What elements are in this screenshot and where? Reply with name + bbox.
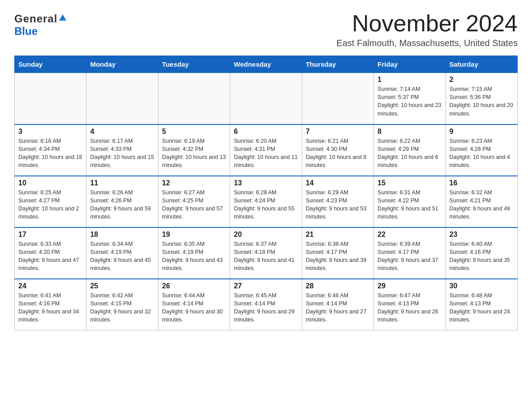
calendar-cell: 6Sunrise: 6:20 AMSunset: 4:31 PMDaylight…	[230, 124, 302, 176]
calendar-cell: 19Sunrise: 6:35 AMSunset: 4:19 PMDayligh…	[158, 227, 230, 279]
location-title: East Falmouth, Massachusetts, United Sta…	[336, 38, 518, 48]
calendar-cell	[230, 73, 302, 124]
calendar-cell: 24Sunrise: 6:41 AMSunset: 4:16 PMDayligh…	[15, 279, 86, 330]
calendar-cell: 22Sunrise: 6:39 AMSunset: 4:17 PMDayligh…	[374, 227, 446, 279]
calendar-cell	[86, 73, 158, 124]
day-info: Sunrise: 6:38 AMSunset: 4:17 PMDaylight:…	[306, 240, 370, 273]
weekday-header-tuesday: Tuesday	[158, 56, 230, 73]
calendar-cell: 30Sunrise: 6:48 AMSunset: 4:13 PMDayligh…	[446, 279, 517, 330]
logo-general-text: General	[14, 13, 57, 25]
calendar-week-row: 10Sunrise: 6:25 AMSunset: 4:27 PMDayligh…	[15, 176, 518, 227]
day-number: 14	[306, 179, 370, 187]
calendar-cell: 27Sunrise: 6:45 AMSunset: 4:14 PMDayligh…	[230, 279, 302, 330]
calendar-cell: 7Sunrise: 6:21 AMSunset: 4:30 PMDaylight…	[302, 124, 373, 176]
calendar-cell: 13Sunrise: 6:28 AMSunset: 4:24 PMDayligh…	[230, 176, 302, 227]
title-block: November 2024 East Falmouth, Massachuset…	[336, 11, 518, 48]
day-info: Sunrise: 6:23 AMSunset: 4:28 PMDaylight:…	[450, 137, 514, 170]
day-info: Sunrise: 6:37 AMSunset: 4:18 PMDaylight:…	[234, 240, 298, 273]
calendar-cell: 1Sunrise: 7:14 AMSunset: 5:37 PMDaylight…	[374, 73, 446, 124]
calendar-cell: 26Sunrise: 6:44 AMSunset: 4:14 PMDayligh…	[158, 279, 230, 330]
calendar-cell: 23Sunrise: 6:40 AMSunset: 4:16 PMDayligh…	[446, 227, 517, 279]
calendar-cell	[15, 73, 86, 124]
day-number: 24	[18, 282, 82, 290]
day-number: 29	[378, 282, 442, 290]
calendar-cell: 29Sunrise: 6:47 AMSunset: 4:13 PMDayligh…	[374, 279, 446, 330]
day-info: Sunrise: 6:32 AMSunset: 4:21 PMDaylight:…	[450, 188, 514, 221]
day-number: 28	[306, 282, 370, 290]
weekday-header-sunday: Sunday	[15, 56, 86, 73]
day-number: 3	[18, 128, 82, 136]
day-number: 8	[378, 128, 442, 136]
calendar-cell: 18Sunrise: 6:34 AMSunset: 4:19 PMDayligh…	[86, 227, 158, 279]
day-info: Sunrise: 6:27 AMSunset: 4:25 PMDaylight:…	[162, 188, 226, 221]
weekday-header-friday: Friday	[374, 56, 446, 73]
calendar-cell: 28Sunrise: 6:46 AMSunset: 4:14 PMDayligh…	[302, 279, 373, 330]
day-number: 23	[450, 231, 514, 239]
calendar-cell: 16Sunrise: 6:32 AMSunset: 4:21 PMDayligh…	[446, 176, 517, 227]
day-number: 1	[378, 76, 442, 84]
calendar-table: SundayMondayTuesdayWednesdayThursdayFrid…	[14, 56, 518, 330]
day-info: Sunrise: 6:44 AMSunset: 4:14 PMDaylight:…	[162, 291, 226, 324]
calendar-week-row: 17Sunrise: 6:33 AMSunset: 4:20 PMDayligh…	[15, 227, 518, 279]
calendar-cell: 21Sunrise: 6:38 AMSunset: 4:17 PMDayligh…	[302, 227, 373, 279]
logo-triangle-icon	[59, 13, 67, 23]
weekday-header-monday: Monday	[86, 56, 158, 73]
day-number: 6	[234, 128, 298, 136]
day-info: Sunrise: 6:34 AMSunset: 4:19 PMDaylight:…	[90, 240, 154, 273]
day-number: 7	[306, 128, 370, 136]
day-info: Sunrise: 6:20 AMSunset: 4:31 PMDaylight:…	[234, 137, 298, 170]
day-info: Sunrise: 6:16 AMSunset: 4:34 PMDaylight:…	[18, 137, 82, 170]
day-info: Sunrise: 6:41 AMSunset: 4:16 PMDaylight:…	[18, 291, 82, 324]
calendar-cell: 5Sunrise: 6:19 AMSunset: 4:32 PMDaylight…	[158, 124, 230, 176]
calendar-cell: 11Sunrise: 6:26 AMSunset: 4:26 PMDayligh…	[86, 176, 158, 227]
day-info: Sunrise: 6:33 AMSunset: 4:20 PMDaylight:…	[18, 240, 82, 273]
day-number: 18	[90, 231, 154, 239]
day-number: 17	[18, 231, 82, 239]
month-title: November 2024	[336, 11, 518, 36]
day-info: Sunrise: 6:42 AMSunset: 4:15 PMDaylight:…	[90, 291, 154, 324]
day-info: Sunrise: 6:46 AMSunset: 4:14 PMDaylight:…	[306, 291, 370, 324]
day-number: 9	[450, 128, 514, 136]
day-number: 19	[162, 231, 226, 239]
calendar-cell: 15Sunrise: 6:31 AMSunset: 4:22 PMDayligh…	[374, 176, 446, 227]
day-info: Sunrise: 6:22 AMSunset: 4:29 PMDaylight:…	[378, 137, 442, 170]
day-number: 5	[162, 128, 226, 136]
day-number: 15	[378, 179, 442, 187]
day-info: Sunrise: 6:45 AMSunset: 4:14 PMDaylight:…	[234, 291, 298, 324]
day-info: Sunrise: 7:15 AMSunset: 5:36 PMDaylight:…	[450, 85, 514, 118]
weekday-header-saturday: Saturday	[446, 56, 517, 73]
calendar-cell	[158, 73, 230, 124]
day-info: Sunrise: 6:17 AMSunset: 4:33 PMDaylight:…	[90, 137, 154, 170]
calendar-week-row: 3Sunrise: 6:16 AMSunset: 4:34 PMDaylight…	[15, 124, 518, 176]
day-number: 22	[378, 231, 442, 239]
calendar-cell: 2Sunrise: 7:15 AMSunset: 5:36 PMDaylight…	[446, 73, 517, 124]
day-number: 26	[162, 282, 226, 290]
day-info: Sunrise: 6:40 AMSunset: 4:16 PMDaylight:…	[450, 240, 514, 273]
calendar-cell: 20Sunrise: 6:37 AMSunset: 4:18 PMDayligh…	[230, 227, 302, 279]
day-number: 4	[90, 128, 154, 136]
day-number: 20	[234, 231, 298, 239]
day-info: Sunrise: 6:47 AMSunset: 4:13 PMDaylight:…	[378, 291, 442, 324]
day-number: 11	[90, 179, 154, 187]
calendar-week-row: 24Sunrise: 6:41 AMSunset: 4:16 PMDayligh…	[15, 279, 518, 330]
svg-marker-0	[59, 14, 66, 21]
page-header: General Blue November 2024 East Falmouth…	[14, 11, 518, 48]
calendar-cell: 10Sunrise: 6:25 AMSunset: 4:27 PMDayligh…	[15, 176, 86, 227]
day-number: 25	[90, 282, 154, 290]
day-info: Sunrise: 6:29 AMSunset: 4:23 PMDaylight:…	[306, 188, 370, 221]
day-info: Sunrise: 6:19 AMSunset: 4:32 PMDaylight:…	[162, 137, 226, 170]
day-number: 10	[18, 179, 82, 187]
day-info: Sunrise: 6:25 AMSunset: 4:27 PMDaylight:…	[18, 188, 82, 221]
day-info: Sunrise: 6:26 AMSunset: 4:26 PMDaylight:…	[90, 188, 154, 221]
day-info: Sunrise: 6:35 AMSunset: 4:19 PMDaylight:…	[162, 240, 226, 273]
calendar-cell: 3Sunrise: 6:16 AMSunset: 4:34 PMDaylight…	[15, 124, 86, 176]
calendar-cell	[302, 73, 373, 124]
day-info: Sunrise: 6:21 AMSunset: 4:30 PMDaylight:…	[306, 137, 370, 170]
day-number: 16	[450, 179, 514, 187]
day-number: 2	[450, 76, 514, 84]
day-info: Sunrise: 7:14 AMSunset: 5:37 PMDaylight:…	[378, 85, 442, 118]
calendar-cell: 14Sunrise: 6:29 AMSunset: 4:23 PMDayligh…	[302, 176, 373, 227]
calendar-week-row: 1Sunrise: 7:14 AMSunset: 5:37 PMDaylight…	[15, 73, 518, 124]
day-info: Sunrise: 6:48 AMSunset: 4:13 PMDaylight:…	[450, 291, 514, 324]
logo-blue-text: Blue	[14, 25, 38, 37]
